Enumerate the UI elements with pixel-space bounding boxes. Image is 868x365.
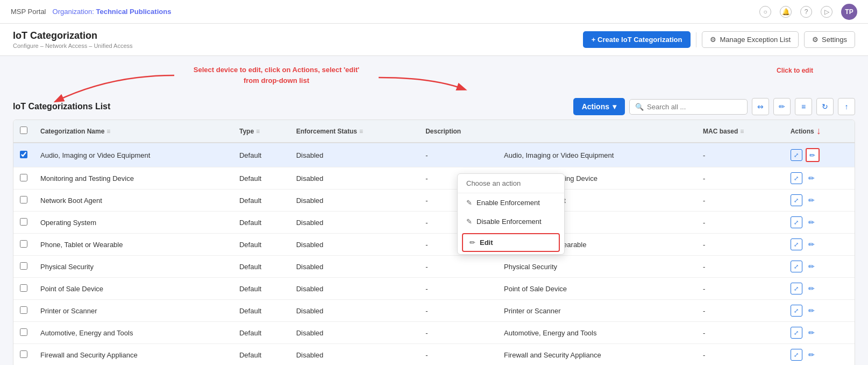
expand-button[interactable]: ⤢ — [791, 349, 802, 361]
search-input[interactable] — [647, 103, 742, 111]
row-name: Audio, Imaging or Video Equipment — [34, 143, 233, 167]
row-checkbox[interactable] — [20, 328, 27, 336]
row-name: Network Boot Agent — [34, 189, 233, 212]
main-content: Select device to edit, click on Actions,… — [0, 56, 868, 365]
row-actions: ⤢✏ — [784, 189, 855, 212]
row-status: Disabled — [290, 189, 419, 212]
row-checkbox[interactable] — [20, 262, 27, 270]
expand-button[interactable]: ⤢ — [791, 261, 802, 272]
export-button[interactable]: ↑ — [838, 98, 855, 115]
row-checkbox[interactable] — [20, 196, 27, 203]
page-header-left: IoT Categorization Configure – Network A… — [13, 30, 133, 49]
expand-button[interactable]: ⤢ — [791, 283, 802, 294]
row-checkbox[interactable] — [20, 218, 27, 226]
edit-button[interactable]: ✏ — [806, 216, 817, 228]
row-description: - — [419, 300, 497, 322]
toolbar: Actions ▾ 🔍 ⇔ ✏ ≡ ↻ ↑ — [573, 98, 855, 115]
select-all-checkbox[interactable] — [20, 127, 27, 134]
row-type: Default — [233, 344, 290, 366]
edit-button[interactable]: ✏ — [806, 172, 817, 184]
divider — [696, 32, 696, 47]
row-name: Firewall and Security Appliance — [34, 344, 233, 366]
action-icons-group: ⤢✏ — [791, 305, 848, 317]
row-actions: ⤢✏ — [784, 143, 855, 167]
row-name: Operating System — [34, 212, 233, 234]
row-type: Default — [233, 322, 290, 344]
col-header-actions: Actions ↓ — [784, 120, 855, 143]
categorizations-table: Categorization Name ≡ Type ≡ — [13, 120, 855, 365]
row-description: - — [419, 143, 497, 167]
edit-button[interactable]: ✏ — [806, 283, 817, 294]
settings-button[interactable]: ⚙ Settings — [804, 31, 855, 48]
fit-columns-button[interactable]: ⇔ — [752, 98, 769, 115]
select-all-header[interactable] — [13, 120, 34, 143]
table-row: Operating SystemDefaultDisabled-Operatin… — [13, 212, 855, 234]
row-checkbox-cell — [13, 212, 34, 234]
manage-exception-button[interactable]: ⚙ Manage Exception List — [702, 31, 799, 48]
row-checkbox-cell — [13, 234, 34, 256]
filter-button[interactable]: ≡ — [795, 98, 812, 115]
sort-icon-type[interactable]: ≡ — [256, 128, 260, 135]
row-type: Default — [233, 143, 290, 167]
table-row: Firewall and Security ApplianceDefaultDi… — [13, 344, 855, 366]
expand-button[interactable]: ⤢ — [791, 238, 802, 250]
edit-item[interactable]: ✏ Edit — [462, 233, 560, 252]
row-checkbox[interactable] — [20, 350, 27, 358]
row-checkbox[interactable] — [20, 240, 27, 248]
edit-button[interactable]: ✏ — [806, 261, 817, 272]
row-actions: ⤢✏ — [784, 212, 855, 234]
row-checkbox-cell — [13, 143, 34, 167]
row-mac: - — [696, 278, 784, 300]
edit-columns-button[interactable]: ✏ — [773, 98, 791, 115]
edit-button[interactable]: ✏ — [806, 238, 817, 250]
search-box[interactable]: 🔍 — [629, 99, 748, 115]
row-status: Disabled — [290, 278, 419, 300]
page-header-right: + Create IoT Categorization ⚙ Manage Exc… — [583, 31, 855, 48]
actions-col-arrow: ↓ — [816, 125, 821, 137]
row-checkbox[interactable] — [20, 306, 27, 314]
edit-button[interactable]: ✏ — [806, 194, 817, 206]
row-status: Disabled — [290, 256, 419, 278]
row-status: Disabled — [290, 143, 419, 167]
disable-enforcement-item[interactable]: ✎ Disable Enforcement — [458, 212, 564, 231]
action-icons-group: ⤢✏ — [791, 261, 848, 272]
expand-button[interactable]: ⤢ — [791, 172, 802, 184]
refresh-button[interactable]: ↻ — [816, 98, 834, 115]
expand-button[interactable]: ⤢ — [791, 327, 802, 339]
sort-icon-status[interactable]: ≡ — [359, 128, 363, 135]
table-row: Audio, Imaging or Video EquipmentDefault… — [13, 143, 855, 167]
play-icon[interactable]: ▷ — [821, 6, 833, 18]
row-checkbox[interactable] — [20, 151, 27, 158]
pencil-icon: ✏ — [469, 238, 475, 247]
row-description: - — [419, 256, 497, 278]
bell-icon[interactable]: 🔔 — [780, 6, 792, 18]
row-checkbox[interactable] — [20, 174, 27, 181]
expand-button[interactable]: ⤢ — [791, 149, 802, 161]
edit-button[interactable]: ✏ — [806, 327, 817, 339]
edit-button[interactable]: ✏ — [806, 305, 817, 317]
create-iot-button[interactable]: + Create IoT Categorization — [583, 31, 691, 48]
sort-icon-mac[interactable]: ≡ — [740, 128, 744, 135]
table-row: Monitoring and Testing DeviceDefaultDisa… — [13, 167, 855, 189]
row-actions: ⤢✏ — [784, 234, 855, 256]
gear-icon: ⚙ — [710, 36, 716, 44]
action-icons-group: ⤢✏ — [791, 148, 848, 162]
row-mac: - — [696, 344, 784, 366]
enable-enforcement-item[interactable]: ✎ Enable Enforcement — [458, 193, 564, 212]
circle-icon[interactable]: ○ — [759, 6, 771, 18]
expand-button[interactable]: ⤢ — [791, 194, 802, 206]
help-icon[interactable]: ? — [800, 6, 812, 18]
expand-button[interactable]: ⤢ — [791, 216, 802, 228]
row-actions: ⤢✏ — [784, 300, 855, 322]
row-checkbox[interactable] — [20, 284, 27, 292]
edit-button[interactable]: ✏ — [806, 148, 820, 162]
actions-button[interactable]: Actions ▾ — [573, 98, 625, 115]
row-type: Default — [233, 256, 290, 278]
col-header-name: Categorization Name ≡ — [34, 120, 233, 143]
edit-button[interactable]: ✏ — [806, 349, 817, 361]
click-to-edit-label: Click to edit — [777, 67, 813, 74]
row-type: Default — [233, 212, 290, 234]
expand-button[interactable]: ⤢ — [791, 305, 802, 317]
action-icons-group: ⤢✏ — [791, 327, 848, 339]
sort-icon-name[interactable]: ≡ — [106, 128, 110, 135]
